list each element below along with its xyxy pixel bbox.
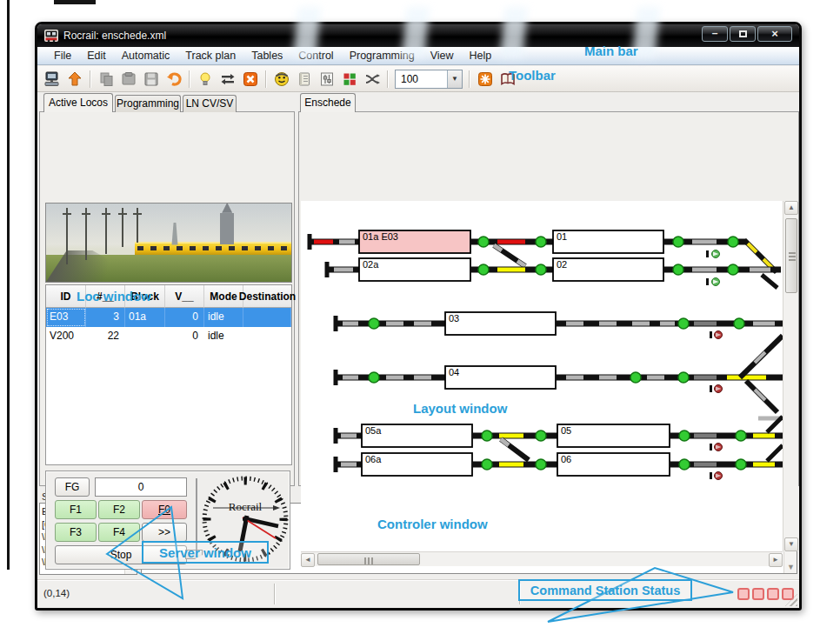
minimize-button[interactable]: – xyxy=(702,26,728,42)
loc-row-v200[interactable]: V200 22 0 idle xyxy=(46,327,291,346)
layout-vscrollbar[interactable]: ▲ ▼ xyxy=(783,201,798,551)
menu-edit[interactable]: Edit xyxy=(79,50,114,62)
tab-active-locos[interactable]: Active Locos xyxy=(43,93,113,112)
menu-view[interactable]: View xyxy=(423,50,462,62)
scroll-down-icon[interactable]: ▼ xyxy=(784,537,798,551)
menu-track-plan[interactable]: Track plan xyxy=(177,50,243,62)
menu-tables[interactable]: Tables xyxy=(243,50,290,62)
sensor-dot[interactable] xyxy=(536,430,546,441)
layout-hscrollbar[interactable]: ◄ ► xyxy=(301,551,783,566)
hscroll-thumb[interactable] xyxy=(317,553,420,565)
f0-button[interactable]: F0 xyxy=(142,500,187,519)
tab-enschede[interactable]: Enschede xyxy=(300,93,356,112)
f4-button[interactable]: F4 xyxy=(98,523,140,542)
sensor-dot[interactable] xyxy=(728,264,738,275)
notes-icon[interactable] xyxy=(294,69,315,90)
block-01[interactable]: 01 xyxy=(553,230,663,253)
block-04[interactable]: 04 xyxy=(445,366,556,389)
signal-red-icon[interactable] xyxy=(710,385,723,393)
maximize-button[interactable] xyxy=(730,26,756,42)
sensor-dot[interactable] xyxy=(478,264,489,275)
modules-icon[interactable] xyxy=(339,69,360,90)
f2-button[interactable]: F2 xyxy=(98,500,140,519)
tab-ln-cvsv[interactable]: LN CV/SV xyxy=(183,95,237,112)
sensor-dot[interactable] xyxy=(482,459,492,470)
power-icon[interactable] xyxy=(475,69,496,90)
sensor-dot[interactable] xyxy=(728,237,738,247)
paste-icon[interactable] xyxy=(118,69,139,90)
sensor-dot[interactable] xyxy=(536,237,546,247)
sensor-dot[interactable] xyxy=(369,318,379,329)
cell-block: 01a xyxy=(125,308,165,327)
scroll-left-icon[interactable]: ◄ xyxy=(301,553,315,567)
sensor-dot[interactable] xyxy=(536,459,546,470)
swap-icon[interactable] xyxy=(217,69,238,90)
loc-row-e03[interactable]: E03 3 01a 0 idle xyxy=(46,308,291,327)
sensor-dot[interactable] xyxy=(736,430,746,441)
fg-button[interactable]: FG xyxy=(55,477,90,497)
sensor-dot[interactable] xyxy=(673,264,683,275)
block-05[interactable]: 05 xyxy=(557,424,670,447)
speed-field[interactable]: 0 xyxy=(95,477,187,497)
lamp-icon[interactable] xyxy=(195,69,216,90)
close-button[interactable]: × xyxy=(757,26,792,42)
sensor-dot[interactable] xyxy=(369,372,379,383)
sensor-dot[interactable] xyxy=(679,459,690,470)
block-02a[interactable]: 02a xyxy=(359,258,470,281)
workstation-icon[interactable] xyxy=(42,69,63,90)
sensor-dot[interactable] xyxy=(734,318,744,329)
sensor-dot[interactable] xyxy=(482,430,492,441)
scroll-up-icon[interactable]: ▲ xyxy=(784,201,798,215)
properties-icon[interactable] xyxy=(317,69,337,90)
col-speed[interactable]: V__ xyxy=(165,285,204,308)
block-05a[interactable]: 05a xyxy=(362,424,472,447)
tab-programming[interactable]: Programming xyxy=(115,95,181,112)
menu-automatic[interactable]: Automatic xyxy=(114,50,178,62)
undo-icon[interactable] xyxy=(163,69,184,90)
smiley-icon[interactable] xyxy=(271,69,292,90)
menu-control[interactable]: Control xyxy=(290,50,341,62)
sensor-dot[interactable] xyxy=(736,459,746,470)
routes-icon[interactable] xyxy=(362,69,383,90)
sensor-dot[interactable] xyxy=(673,237,683,247)
sensor-dot[interactable] xyxy=(536,264,546,275)
toolbar-separator xyxy=(469,70,470,88)
sensor-dot[interactable] xyxy=(630,372,641,383)
f3-button[interactable]: F3 xyxy=(55,523,97,542)
menu-programming[interactable]: Programming xyxy=(342,50,423,62)
menu-help[interactable]: Help xyxy=(462,50,500,62)
col-mode[interactable]: Mode xyxy=(204,285,243,308)
vscroll-thumb[interactable] xyxy=(785,218,797,293)
turnout-switch[interactable] xyxy=(762,275,777,288)
emergency-stop-icon[interactable] xyxy=(240,69,261,90)
menu-file[interactable]: File xyxy=(46,50,79,62)
zoom-combobox[interactable]: 100 ▼ xyxy=(395,70,463,89)
scroll-right-icon[interactable]: ► xyxy=(769,553,783,567)
signal-red-icon[interactable] xyxy=(710,472,723,480)
turnout-switch[interactable] xyxy=(767,445,783,461)
block-06[interactable]: 06 xyxy=(557,453,670,476)
save-icon[interactable] xyxy=(141,69,162,90)
f1-button[interactable]: F1 xyxy=(55,500,97,519)
signal-red-icon[interactable] xyxy=(710,331,723,339)
track-plan-canvas[interactable]: 01a E03 01 xyxy=(301,201,783,551)
block-06a[interactable]: 06a xyxy=(362,453,472,476)
col-destination[interactable]: Destination xyxy=(243,285,291,308)
block-01a[interactable]: 01a E03 xyxy=(359,230,470,253)
loc-table[interactable]: ID #__ Block V__ Mode Destination E03 3 … xyxy=(45,284,292,465)
more-functions-button[interactable]: >> xyxy=(142,523,187,542)
block-02[interactable]: 02 xyxy=(553,258,663,281)
scroll-down-icon[interactable]: ▼ xyxy=(787,563,795,571)
chevron-down-icon[interactable]: ▼ xyxy=(447,70,462,88)
sensor-dot[interactable] xyxy=(678,318,689,329)
copy-icon[interactable] xyxy=(96,69,117,90)
signal-green-icon[interactable] xyxy=(706,250,720,258)
signal-green-icon[interactable] xyxy=(706,278,720,286)
block-03[interactable]: 03 xyxy=(445,312,556,335)
sensor-dot[interactable] xyxy=(478,237,489,247)
sensor-dot[interactable] xyxy=(679,430,690,441)
title-bar[interactable]: Rocrail: enschede.xml – × xyxy=(37,24,799,47)
sensor-dot[interactable] xyxy=(678,372,689,383)
open-workspace-icon[interactable] xyxy=(64,69,85,90)
signal-red-icon[interactable] xyxy=(710,444,723,451)
